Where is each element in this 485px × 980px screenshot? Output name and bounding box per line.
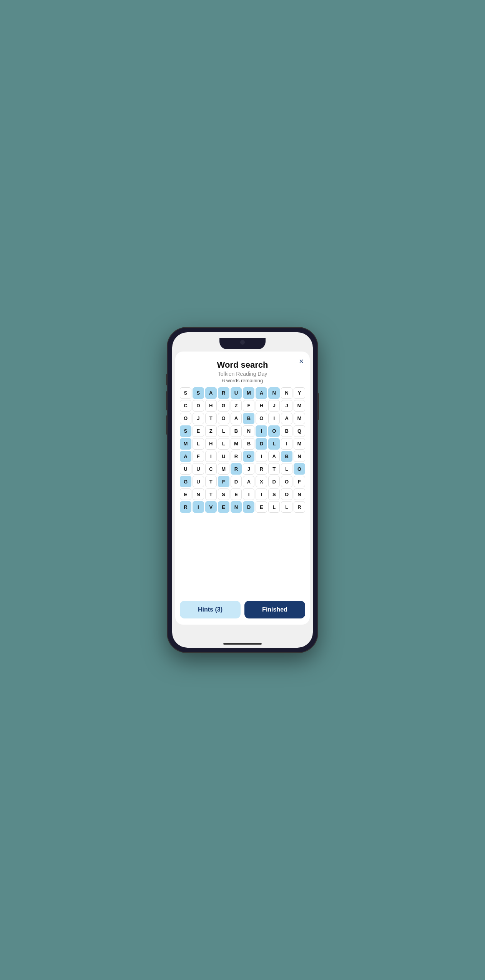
grid-cell[interactable]: F <box>294 476 305 487</box>
grid-cell[interactable]: D <box>268 476 280 487</box>
grid-cell[interactable]: U <box>218 451 229 462</box>
grid-cell[interactable]: N <box>281 387 292 399</box>
grid-cell[interactable]: L <box>281 501 292 513</box>
grid-cell[interactable]: E <box>193 425 204 437</box>
grid-cell[interactable]: H <box>256 400 267 412</box>
grid-cell[interactable]: N <box>193 488 204 500</box>
grid-cell[interactable]: J <box>268 400 280 412</box>
grid-cell[interactable]: B <box>243 413 254 424</box>
close-button[interactable]: × <box>299 357 304 366</box>
grid-cell[interactable]: O <box>294 463 305 475</box>
grid-cell[interactable]: J <box>281 400 292 412</box>
grid-cell[interactable]: L <box>218 425 229 437</box>
grid-cell[interactable]: O <box>180 413 191 424</box>
grid-cell[interactable]: O <box>256 413 267 424</box>
grid-cell[interactable]: N <box>294 488 305 500</box>
grid-cell[interactable]: S <box>180 387 191 399</box>
hints-button[interactable]: Hints (3) <box>180 601 241 618</box>
grid-cell[interactable]: R <box>231 451 242 462</box>
grid-cell[interactable]: O <box>281 476 292 487</box>
grid-cell[interactable]: N <box>268 387 280 399</box>
grid-cell[interactable]: O <box>281 488 292 500</box>
grid-cell[interactable]: D <box>243 501 254 513</box>
grid-cell[interactable]: E <box>231 488 242 500</box>
grid-cell[interactable]: O <box>218 413 229 424</box>
grid-cell[interactable]: T <box>205 488 217 500</box>
grid-cell[interactable]: G <box>218 400 229 412</box>
grid-cell[interactable]: D <box>231 476 242 487</box>
grid-cell[interactable]: H <box>205 400 217 412</box>
grid-cell[interactable]: T <box>205 413 217 424</box>
grid-cell[interactable]: A <box>231 413 242 424</box>
grid-cell[interactable]: I <box>256 425 267 437</box>
grid-cell[interactable]: I <box>256 488 267 500</box>
grid-cell[interactable]: I <box>281 438 292 450</box>
grid-cell[interactable]: R <box>256 463 267 475</box>
grid-cell[interactable]: L <box>218 438 229 450</box>
grid-cell[interactable]: B <box>243 438 254 450</box>
grid-cell[interactable]: M <box>180 438 191 450</box>
grid-cell[interactable]: U <box>193 476 204 487</box>
word-search-grid[interactable]: SSARUMANNYCDHGZFHJJMOJTOABOIAMSEZLBNIOBQ… <box>180 387 305 513</box>
grid-cell[interactable]: S <box>193 387 204 399</box>
grid-cell[interactable]: R <box>294 501 305 513</box>
grid-cell[interactable]: V <box>205 501 217 513</box>
grid-cell[interactable]: R <box>218 387 229 399</box>
grid-cell[interactable]: U <box>193 463 204 475</box>
grid-cell[interactable]: E <box>256 501 267 513</box>
grid-cell[interactable]: L <box>193 438 204 450</box>
grid-cell[interactable]: C <box>180 400 191 412</box>
grid-cell[interactable]: D <box>256 438 267 450</box>
grid-cell[interactable]: A <box>268 451 280 462</box>
grid-cell[interactable]: L <box>268 501 280 513</box>
grid-cell[interactable]: Z <box>205 425 217 437</box>
grid-cell[interactable]: T <box>268 463 280 475</box>
grid-cell[interactable]: G <box>180 476 191 487</box>
grid-cell[interactable]: N <box>243 425 254 437</box>
grid-cell[interactable]: J <box>243 463 254 475</box>
grid-cell[interactable]: N <box>231 501 242 513</box>
finished-button[interactable]: Finished <box>244 601 305 618</box>
grid-cell[interactable]: I <box>243 488 254 500</box>
grid-cell[interactable]: Y <box>294 387 305 399</box>
grid-cell[interactable]: M <box>243 387 254 399</box>
grid-cell[interactable]: B <box>231 425 242 437</box>
grid-cell[interactable]: C <box>205 463 217 475</box>
grid-cell[interactable]: I <box>268 413 280 424</box>
grid-cell[interactable]: A <box>256 387 267 399</box>
grid-cell[interactable]: B <box>281 425 292 437</box>
grid-cell[interactable]: I <box>256 451 267 462</box>
grid-cell[interactable]: U <box>180 463 191 475</box>
grid-cell[interactable]: L <box>268 438 280 450</box>
grid-cell[interactable]: H <box>205 438 217 450</box>
grid-cell[interactable]: M <box>294 438 305 450</box>
grid-cell[interactable]: I <box>193 501 204 513</box>
grid-cell[interactable]: A <box>281 413 292 424</box>
grid-cell[interactable]: S <box>268 488 280 500</box>
grid-cell[interactable]: Q <box>294 425 305 437</box>
grid-cell[interactable]: S <box>180 425 191 437</box>
grid-cell[interactable]: L <box>281 463 292 475</box>
grid-cell[interactable]: R <box>180 501 191 513</box>
grid-cell[interactable]: A <box>243 476 254 487</box>
grid-cell[interactable]: Z <box>231 400 242 412</box>
grid-cell[interactable]: F <box>243 400 254 412</box>
grid-cell[interactable]: S <box>218 488 229 500</box>
grid-cell[interactable]: O <box>243 451 254 462</box>
grid-cell[interactable]: X <box>256 476 267 487</box>
grid-cell[interactable]: B <box>281 451 292 462</box>
grid-cell[interactable]: A <box>180 451 191 462</box>
grid-cell[interactable]: R <box>231 463 242 475</box>
grid-cell[interactable]: M <box>231 438 242 450</box>
grid-cell[interactable]: E <box>218 501 229 513</box>
grid-cell[interactable]: T <box>205 476 217 487</box>
grid-cell[interactable]: D <box>193 400 204 412</box>
grid-cell[interactable]: M <box>218 463 229 475</box>
grid-cell[interactable]: J <box>193 413 204 424</box>
grid-cell[interactable]: I <box>205 451 217 462</box>
grid-cell[interactable]: N <box>294 451 305 462</box>
grid-cell[interactable]: O <box>268 425 280 437</box>
grid-cell[interactable]: A <box>205 387 217 399</box>
grid-cell[interactable]: E <box>180 488 191 500</box>
grid-cell[interactable]: F <box>218 476 229 487</box>
